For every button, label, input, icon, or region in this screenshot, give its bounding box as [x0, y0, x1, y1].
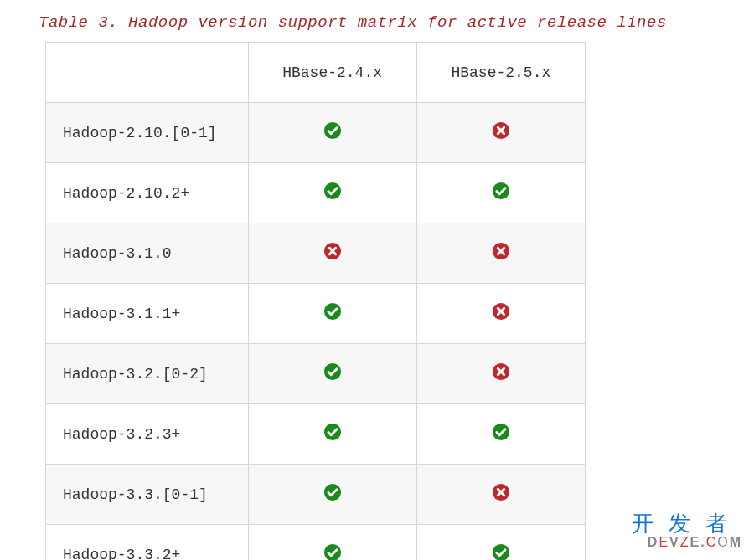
table-row: Hadoop-3.1.1+: [46, 284, 586, 344]
header-hbase-25x: HBase-2.5.x: [416, 43, 585, 103]
support-cell: [248, 525, 416, 561]
check-circle-icon: [323, 423, 342, 441]
svg-point-15: [493, 544, 509, 560]
support-cell: [416, 465, 585, 525]
support-cell: [248, 465, 416, 525]
x-circle-icon: [492, 483, 510, 501]
support-cell: [416, 344, 585, 404]
support-matrix-table: HBase-2.4.x HBase-2.5.x Hadoop-2.10.[0-1…: [45, 42, 586, 560]
check-circle-icon: [492, 423, 510, 441]
support-cell: [416, 284, 585, 344]
support-cell: [248, 223, 416, 284]
table-row: Hadoop-2.10.[0-1]: [46, 103, 586, 163]
row-label: Hadoop-3.1.1+: [46, 284, 249, 344]
x-circle-icon: [492, 242, 510, 260]
header-empty: [46, 43, 249, 103]
table-header-row: HBase-2.4.x HBase-2.5.x: [46, 43, 586, 103]
row-label: Hadoop-3.2.3+: [46, 404, 249, 465]
row-label: Hadoop-3.3.2+: [46, 525, 249, 561]
header-hbase-24x: HBase-2.4.x: [248, 43, 416, 103]
check-circle-icon: [323, 182, 342, 200]
support-cell: [248, 344, 416, 404]
table-row: Hadoop-3.1.0: [46, 223, 586, 284]
table-caption: Table 3. Hadoop version support matrix f…: [0, 0, 749, 42]
row-label: Hadoop-3.3.[0-1]: [46, 465, 249, 525]
check-circle-icon: [323, 362, 342, 381]
support-cell: [416, 103, 585, 163]
x-circle-icon: [492, 302, 510, 321]
row-label: Hadoop-3.1.0: [46, 223, 249, 284]
site-watermark: 开发者 DEVZE.COM: [632, 512, 742, 550]
x-circle-icon: [492, 121, 510, 140]
support-cell: [416, 404, 585, 465]
row-label: Hadoop-2.10.[0-1]: [46, 103, 249, 163]
check-circle-icon: [323, 121, 342, 140]
watermark-en: DEVZE.COM: [632, 535, 742, 550]
support-cell: [248, 404, 416, 465]
support-cell: [248, 284, 416, 344]
table-row: Hadoop-3.3.2+: [46, 525, 586, 561]
check-circle-icon: [492, 543, 510, 560]
svg-point-14: [324, 544, 341, 560]
table-row: Hadoop-2.10.2+: [46, 163, 586, 223]
check-circle-icon: [323, 543, 342, 560]
support-cell: [416, 163, 585, 223]
check-circle-icon: [492, 182, 510, 200]
support-cell: [416, 525, 585, 561]
check-circle-icon: [323, 302, 342, 321]
row-label: Hadoop-3.2.[0-2]: [46, 344, 249, 404]
support-cell: [248, 103, 416, 163]
x-circle-icon: [323, 242, 342, 260]
table-row: Hadoop-3.2.[0-2]: [46, 344, 586, 404]
table-row: Hadoop-3.2.3+: [46, 404, 586, 465]
support-cell: [248, 163, 416, 223]
check-circle-icon: [323, 483, 342, 501]
x-circle-icon: [492, 362, 510, 381]
support-cell: [416, 223, 585, 284]
row-label: Hadoop-2.10.2+: [46, 163, 249, 223]
table-row: Hadoop-3.3.[0-1]: [46, 465, 586, 525]
watermark-zh: 开发者: [632, 512, 742, 535]
